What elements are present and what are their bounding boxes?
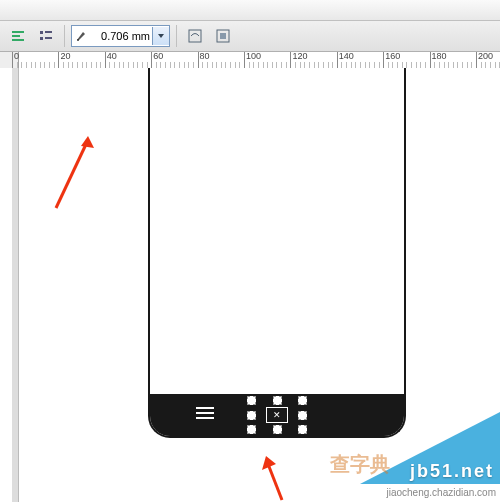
home-button-shape: ✕ [266, 407, 288, 423]
toolbar-button-a[interactable] [6, 24, 30, 48]
outline-width-dropdown[interactable] [152, 27, 169, 45]
page-shadow [12, 68, 19, 502]
toolbar-separator [64, 25, 65, 47]
hamburger-icon [196, 407, 214, 419]
annotation-arrow-1 [48, 136, 98, 216]
align-icon [11, 29, 25, 43]
svg-rect-2 [12, 39, 24, 41]
svg-rect-6 [45, 37, 52, 39]
home-button-group[interactable]: ✕ [251, 400, 303, 430]
toolbar-button-d[interactable] [211, 24, 235, 48]
wrap-icon [188, 29, 202, 43]
svg-marker-14 [262, 456, 276, 470]
property-bar [0, 21, 500, 52]
svg-marker-12 [81, 136, 94, 148]
svg-rect-1 [12, 35, 20, 37]
svg-line-13 [268, 464, 282, 500]
pen-nib-icon [72, 30, 90, 42]
phone-body-outline [148, 68, 406, 438]
annotation-arrow-2 [256, 456, 296, 502]
workspace: ✕ 查字典 jb51.net jiaocheng.chazidian.com [0, 68, 500, 502]
outline-width-input[interactable] [90, 27, 152, 45]
svg-rect-5 [40, 37, 43, 40]
svg-rect-0 [12, 31, 24, 33]
svg-rect-4 [45, 31, 52, 33]
list-icon [39, 29, 53, 43]
toolbar-button-c[interactable] [183, 24, 207, 48]
menu-bar [0, 0, 500, 21]
outline-width-control[interactable] [71, 25, 170, 47]
svg-line-11 [56, 140, 88, 208]
chevron-down-icon [157, 32, 165, 40]
phone-shape[interactable]: ✕ [148, 68, 406, 438]
svg-point-7 [77, 39, 79, 41]
watermark-brand-cn: 查字典 [330, 451, 390, 478]
drawing-canvas[interactable]: ✕ 查字典 jb51.net jiaocheng.chazidian.com [18, 68, 500, 502]
options-icon [216, 29, 230, 43]
svg-rect-3 [40, 31, 43, 34]
watermark-url: jiaocheng.chazidian.com [386, 487, 496, 498]
svg-rect-8 [189, 30, 201, 42]
svg-rect-10 [220, 33, 226, 39]
home-button-glyph: ✕ [273, 411, 281, 420]
toolbar-button-b[interactable] [34, 24, 58, 48]
toolbar-separator [176, 25, 177, 47]
watermark-site: jb51.net [410, 461, 494, 482]
